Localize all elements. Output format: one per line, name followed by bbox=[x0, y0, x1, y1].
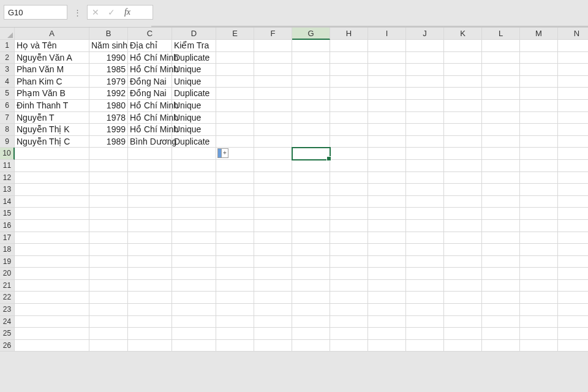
cell-E21[interactable] bbox=[216, 280, 254, 292]
cell-K2[interactable] bbox=[444, 52, 482, 64]
cell-C7[interactable]: Hồ Chí Minh bbox=[128, 112, 172, 124]
cell-D22[interactable] bbox=[172, 292, 216, 304]
cell-L9[interactable] bbox=[482, 136, 520, 148]
column-header-I[interactable]: I bbox=[368, 28, 406, 40]
cell-D6[interactable]: Unique bbox=[172, 100, 216, 112]
cell-L8[interactable] bbox=[482, 124, 520, 136]
cell-D1[interactable]: Kiểm Tra bbox=[172, 40, 216, 52]
cell-N13[interactable] bbox=[558, 184, 588, 196]
row-header-21[interactable]: 21 bbox=[0, 280, 15, 292]
cell-H23[interactable] bbox=[330, 304, 368, 316]
cell-N15[interactable] bbox=[558, 208, 588, 220]
cell-B20[interactable] bbox=[89, 268, 128, 280]
cell-N7[interactable] bbox=[558, 112, 588, 124]
cell-N6[interactable] bbox=[558, 100, 588, 112]
cell-B16[interactable] bbox=[89, 220, 128, 232]
cell-H3[interactable] bbox=[330, 64, 368, 76]
cell-C25[interactable] bbox=[128, 328, 172, 340]
cell-D25[interactable] bbox=[172, 328, 216, 340]
cell-H16[interactable] bbox=[330, 220, 368, 232]
cell-N1[interactable] bbox=[558, 40, 588, 52]
cell-M23[interactable] bbox=[520, 304, 558, 316]
cell-L1[interactable] bbox=[482, 40, 520, 52]
cell-B19[interactable] bbox=[89, 256, 128, 268]
cell-C17[interactable] bbox=[128, 232, 172, 244]
cell-A13[interactable] bbox=[15, 184, 89, 196]
cell-A21[interactable] bbox=[15, 280, 89, 292]
cell-B10[interactable] bbox=[89, 148, 128, 160]
cell-G2[interactable] bbox=[292, 52, 330, 64]
cell-A23[interactable] bbox=[15, 304, 89, 316]
cell-F21[interactable] bbox=[254, 280, 292, 292]
cell-B25[interactable] bbox=[89, 328, 128, 340]
cell-N26[interactable] bbox=[558, 340, 588, 352]
cell-I21[interactable] bbox=[368, 280, 406, 292]
cell-J22[interactable] bbox=[406, 292, 444, 304]
cell-M24[interactable] bbox=[520, 316, 558, 328]
cell-M14[interactable] bbox=[520, 196, 558, 208]
cell-G8[interactable] bbox=[292, 124, 330, 136]
cell-M10[interactable] bbox=[520, 148, 558, 160]
row-header-4[interactable]: 4 bbox=[0, 76, 15, 88]
cell-D24[interactable] bbox=[172, 316, 216, 328]
cell-K14[interactable] bbox=[444, 196, 482, 208]
cell-D26[interactable] bbox=[172, 340, 216, 352]
cell-M25[interactable] bbox=[520, 328, 558, 340]
cell-H7[interactable] bbox=[330, 112, 368, 124]
cell-I9[interactable] bbox=[368, 136, 406, 148]
cell-M12[interactable] bbox=[520, 172, 558, 184]
cell-D5[interactable]: Duplicate bbox=[172, 88, 216, 100]
cell-E6[interactable] bbox=[216, 100, 254, 112]
cell-L2[interactable] bbox=[482, 52, 520, 64]
cell-K15[interactable] bbox=[444, 208, 482, 220]
cell-B21[interactable] bbox=[89, 280, 128, 292]
cell-E1[interactable] bbox=[216, 40, 254, 52]
cell-H19[interactable] bbox=[330, 256, 368, 268]
cell-J10[interactable] bbox=[406, 148, 444, 160]
cell-L7[interactable] bbox=[482, 112, 520, 124]
cell-K17[interactable] bbox=[444, 232, 482, 244]
autofill-options-icon[interactable]: + bbox=[217, 148, 228, 158]
cell-H21[interactable] bbox=[330, 280, 368, 292]
cell-E12[interactable] bbox=[216, 172, 254, 184]
cell-H1[interactable] bbox=[330, 40, 368, 52]
cell-F22[interactable] bbox=[254, 292, 292, 304]
cell-H14[interactable] bbox=[330, 196, 368, 208]
cell-B4[interactable]: 1979 bbox=[89, 76, 128, 88]
cell-N2[interactable] bbox=[558, 52, 588, 64]
cell-A19[interactable] bbox=[15, 256, 89, 268]
cell-B9[interactable]: 1989 bbox=[89, 136, 128, 148]
cell-F23[interactable] bbox=[254, 304, 292, 316]
cell-A20[interactable] bbox=[15, 268, 89, 280]
column-header-C[interactable]: C bbox=[128, 28, 172, 40]
row-header-20[interactable]: 20 bbox=[0, 268, 15, 280]
cell-N25[interactable] bbox=[558, 328, 588, 340]
cell-A12[interactable] bbox=[15, 172, 89, 184]
cell-C12[interactable] bbox=[128, 172, 172, 184]
cell-B3[interactable]: 1985 bbox=[89, 64, 128, 76]
cell-J17[interactable] bbox=[406, 232, 444, 244]
cell-I23[interactable] bbox=[368, 304, 406, 316]
cell-H10[interactable] bbox=[330, 148, 368, 160]
cell-D15[interactable] bbox=[172, 208, 216, 220]
column-header-E[interactable]: E bbox=[216, 28, 254, 40]
cell-H8[interactable] bbox=[330, 124, 368, 136]
cell-A10[interactable] bbox=[15, 148, 89, 160]
row-header-15[interactable]: 15 bbox=[0, 208, 15, 220]
cell-C26[interactable] bbox=[128, 340, 172, 352]
cell-K11[interactable] bbox=[444, 160, 482, 172]
cell-N8[interactable] bbox=[558, 124, 588, 136]
cell-B1[interactable]: Năm sinh bbox=[89, 40, 128, 52]
cell-L15[interactable] bbox=[482, 208, 520, 220]
cell-F16[interactable] bbox=[254, 220, 292, 232]
cell-E11[interactable] bbox=[216, 160, 254, 172]
cell-D10[interactable] bbox=[172, 148, 216, 160]
cell-D13[interactable] bbox=[172, 184, 216, 196]
cell-C2[interactable]: Hồ Chí Minh bbox=[128, 52, 172, 64]
cell-M6[interactable] bbox=[520, 100, 558, 112]
cell-F2[interactable] bbox=[254, 52, 292, 64]
cell-E19[interactable] bbox=[216, 256, 254, 268]
cell-F17[interactable] bbox=[254, 232, 292, 244]
cell-I10[interactable] bbox=[368, 148, 406, 160]
cell-A1[interactable]: Họ và Tên bbox=[15, 40, 89, 52]
